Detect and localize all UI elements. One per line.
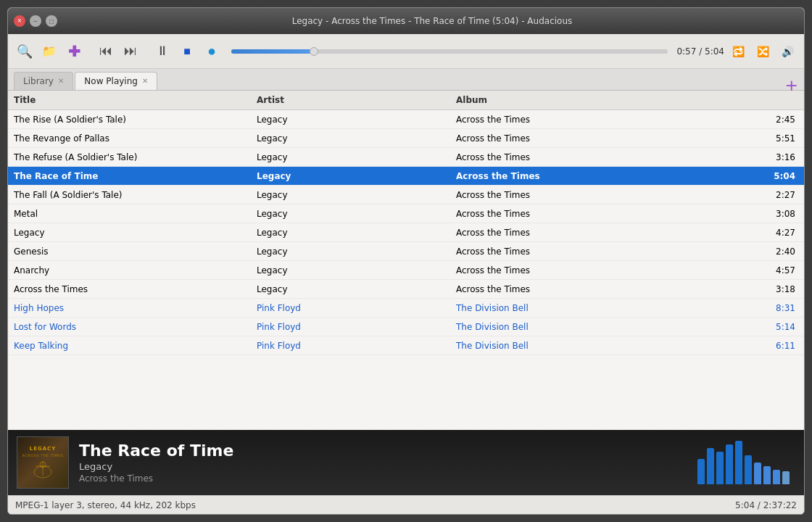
track-title: Metal — [8, 207, 251, 220]
album-art-image: LEGACY ACROSS THE TIMES — [17, 437, 68, 488]
pause-button[interactable]: ⏸ — [152, 41, 173, 62]
playlist-scroll[interactable]: The Rise (A Soldier's Tale)LegacyAcross … — [8, 110, 804, 430]
track-album: The Division Bell — [450, 302, 635, 315]
minimize-button[interactable]: − — [30, 15, 41, 27]
table-row[interactable]: The Revange of PallasLegacyAcross the Ti… — [8, 129, 804, 148]
progress-handle[interactable] — [310, 47, 318, 56]
now-playing-title: The Race of Time — [79, 442, 687, 460]
table-row[interactable]: MetalLegacyAcross the Times3:08 — [8, 204, 804, 223]
track-duration: 3:08 — [635, 207, 804, 220]
table-row[interactable]: The Fall (A Soldier's Tale)LegacyAcross … — [8, 186, 804, 204]
table-row[interactable]: GenesisLegacyAcross the Times2:40 — [8, 242, 804, 261]
minimize-icon: − — [30, 17, 41, 25]
stop-icon: ■ — [183, 45, 191, 58]
track-artist: Legacy — [251, 132, 450, 145]
album-art-graphic — [28, 457, 57, 479]
shuffle-icon: 🔀 — [757, 46, 769, 57]
maximize-button[interactable]: □ — [46, 15, 57, 27]
prev-button[interactable]: ⏮ — [95, 41, 117, 62]
eq-bar — [726, 444, 733, 484]
library-tab-close[interactable]: ✕ — [58, 78, 64, 85]
eq-bar — [763, 466, 771, 484]
record-button[interactable]: ● — [201, 41, 223, 62]
toolbar: 🔍 📁 ✚ ⏮ ⏭ ⏸ ■ ● — [8, 34, 804, 69]
track-artist: Legacy — [251, 283, 450, 296]
tab-library[interactable]: Library ✕ — [14, 72, 73, 90]
eq-bars — [697, 441, 790, 484]
now-playing-artist: Legacy — [79, 461, 687, 472]
close-button[interactable]: × — [14, 15, 25, 27]
tab-add-button[interactable]: + — [785, 77, 798, 93]
table-row[interactable]: AnarchyLegacyAcross the Times4:57 — [8, 261, 804, 280]
track-artist: Pink Floyd — [251, 302, 450, 315]
open-folder-button[interactable]: 📁 — [38, 41, 60, 62]
close-icon: × — [14, 17, 25, 25]
track-album: Across the Times — [450, 151, 635, 164]
table-row[interactable]: The Refuse (A Soldier's Tale)LegacyAcros… — [8, 148, 804, 167]
track-album: Across the Times — [450, 113, 635, 126]
table-row[interactable]: High HopesPink FloydThe Division Bell8:3… — [8, 299, 804, 318]
window-title: Legacy - Across the Times - The Race of … — [66, 16, 798, 26]
search-icon: 🔍 — [17, 44, 33, 59]
table-row[interactable]: The Race of TimeLegacyAcross the Times5:… — [8, 167, 804, 186]
eq-bar — [707, 448, 714, 484]
table-row[interactable]: Lost for WordsPink FloydThe Division Bel… — [8, 318, 804, 336]
track-artist: Legacy — [251, 264, 450, 277]
next-button[interactable]: ⏭ — [120, 41, 141, 62]
tab-now-playing[interactable]: Now Playing ✕ — [75, 72, 157, 90]
track-artist: Legacy — [251, 151, 450, 164]
pause-icon: ⏸ — [156, 44, 169, 59]
eq-bar — [754, 463, 761, 484]
track-artist: Legacy — [251, 245, 450, 258]
table-row[interactable]: LegacyLegacyAcross the Times4:27 — [8, 223, 804, 242]
eq-bar — [716, 452, 724, 484]
now-playing-bar: LEGACY ACROSS THE TIMES The Race of Time… — [8, 430, 804, 495]
table-row[interactable]: Keep TalkingPink FloydThe Division Bell6… — [8, 336, 804, 355]
track-title: The Rise (A Soldier's Tale) — [8, 113, 251, 126]
record-icon: ● — [207, 43, 216, 59]
track-title: Genesis — [8, 245, 251, 258]
track-album: The Division Bell — [450, 320, 635, 334]
track-title: Keep Talking — [8, 339, 251, 352]
eq-bar — [697, 459, 705, 484]
progress-bar[interactable] — [231, 49, 668, 54]
track-title: Lost for Words — [8, 320, 251, 334]
track-album: Across the Times — [450, 188, 635, 202]
now-playing-tab-close[interactable]: ✕ — [142, 78, 148, 85]
time-display: 0:57 / 5:04 — [676, 46, 724, 57]
track-album: Across the Times — [450, 132, 635, 145]
header-artist: Artist — [251, 94, 450, 107]
now-playing-album: Across the Times — [79, 473, 687, 484]
add-button[interactable]: ✚ — [63, 41, 85, 62]
album-art-text1: LEGACY — [30, 446, 57, 452]
track-artist: Pink Floyd — [251, 320, 450, 334]
repeat-button[interactable]: 🔁 — [727, 41, 749, 62]
titlebar: × − □ Legacy - Across the Times - The Ra… — [8, 8, 804, 34]
shuffle-button[interactable]: 🔀 — [752, 41, 774, 62]
status-bar: MPEG-1 layer 3, stereo, 44 kHz, 202 kbps… — [8, 495, 804, 514]
volume-button[interactable]: 🔊 — [776, 41, 798, 62]
table-row[interactable]: Across the TimesLegacyAcross the Times3:… — [8, 280, 804, 299]
track-duration: 6:11 — [635, 339, 804, 352]
track-title: High Hopes — [8, 302, 251, 315]
eq-bar — [745, 455, 752, 484]
progress-fill — [231, 49, 314, 54]
track-duration: 2:45 — [635, 113, 804, 126]
search-button[interactable]: 🔍 — [14, 41, 36, 62]
library-tab-label: Library — [23, 76, 54, 86]
table-row[interactable]: The Rise (A Soldier's Tale)LegacyAcross … — [8, 110, 804, 129]
playlist-header: Title Artist Album — [8, 91, 804, 110]
track-title: Anarchy — [8, 264, 251, 277]
track-duration: 2:40 — [635, 245, 804, 258]
eq-bar — [782, 471, 790, 484]
track-artist: Legacy — [251, 170, 450, 183]
status-left: MPEG-1 layer 3, stereo, 44 kHz, 202 kbps — [15, 500, 196, 510]
header-album: Album — [450, 94, 635, 107]
status-right: 5:04 / 2:37:22 — [735, 500, 797, 510]
track-duration: 8:31 — [635, 302, 804, 315]
stop-button[interactable]: ■ — [176, 41, 198, 62]
now-playing-tab-label: Now Playing — [84, 76, 138, 86]
track-title: Across the Times — [8, 283, 251, 296]
prev-icon: ⏮ — [99, 44, 112, 59]
progress-bar-container[interactable] — [231, 49, 668, 54]
